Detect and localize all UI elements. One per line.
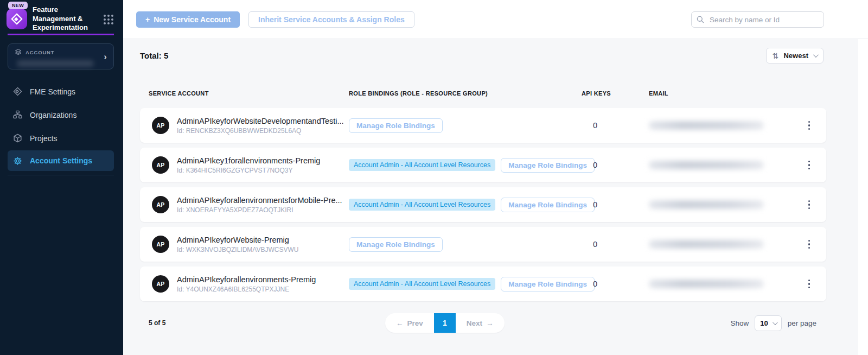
avatar: AP bbox=[152, 275, 169, 293]
column-header-api-keys: API KEYS bbox=[582, 90, 649, 97]
column-header-email: EMAIL bbox=[649, 90, 668, 97]
api-keys-count: 0 bbox=[582, 121, 649, 130]
scroll-gutter bbox=[858, 39, 868, 355]
role-binding-badge: Account Admin - All Account Level Resour… bbox=[349, 278, 495, 290]
row-menu-button[interactable] bbox=[808, 121, 827, 130]
app-window: NEW Feature Management & Experimentation bbox=[0, 0, 868, 355]
prev-page-button[interactable]: ← Prev bbox=[385, 313, 434, 333]
manage-role-bindings-button[interactable]: Manage Role Bindings bbox=[501, 198, 595, 212]
sidebar-item-organizations[interactable]: Organizations bbox=[0, 104, 123, 126]
cube-icon bbox=[12, 133, 23, 144]
arrow-right-icon: → bbox=[486, 319, 494, 327]
manage-role-bindings-button[interactable]: Manage Role Bindings bbox=[349, 237, 443, 252]
avatar: AP bbox=[152, 156, 169, 174]
column-header-service-account: SERVICE ACCOUNT bbox=[149, 90, 349, 97]
split-diamond-icon bbox=[12, 86, 23, 97]
sidebar-item-label: Organizations bbox=[30, 111, 76, 119]
api-keys-count: 0 bbox=[582, 161, 649, 169]
role-binding-badge: Account Admin - All Account Level Resour… bbox=[349, 199, 495, 211]
table-body: AP AdminAPIkeyforWebsiteDevelopmentandTe… bbox=[140, 108, 826, 306]
per-page-label: per page bbox=[788, 319, 816, 327]
sidebar-item-fme-settings[interactable]: FME Settings bbox=[0, 80, 123, 103]
row-menu-button[interactable] bbox=[808, 200, 827, 210]
account-switcher[interactable]: ACCOUNT › bbox=[8, 43, 114, 69]
total-count: Total: 5 bbox=[140, 51, 168, 60]
apps-grid-icon[interactable] bbox=[104, 15, 113, 24]
api-keys-count: 0 bbox=[582, 280, 649, 288]
manage-role-bindings-button[interactable]: Manage Role Bindings bbox=[501, 277, 595, 291]
service-account-id: Id: XNOERAFYYA5XPDEZ7AOQTJKIRI bbox=[177, 206, 342, 214]
row-menu-button[interactable] bbox=[808, 161, 827, 170]
kebab-icon bbox=[808, 161, 810, 170]
table-row: AP AdminAPIkeyforallenvironments-Premig … bbox=[140, 267, 826, 301]
kebab-icon bbox=[808, 240, 810, 249]
sidebar-item-label: Projects bbox=[30, 134, 58, 143]
search-box bbox=[691, 11, 824, 28]
email-redacted bbox=[649, 200, 764, 209]
new-badge: NEW bbox=[8, 2, 28, 9]
service-account-name: AdminAPIkeyforWebsiteDevelopmentandTesti… bbox=[177, 117, 344, 125]
api-keys-count: 0 bbox=[582, 200, 649, 209]
inherit-service-accounts-button[interactable]: Inherit Service Accounts & Assign Roles bbox=[248, 11, 414, 28]
row-menu-button[interactable] bbox=[808, 240, 827, 249]
topbar: + New Service Account Inherit Service Ac… bbox=[123, 0, 868, 39]
email-redacted bbox=[649, 161, 764, 169]
page-size-select[interactable]: 10 bbox=[755, 315, 781, 331]
chevron-right-icon: › bbox=[104, 52, 107, 62]
avatar: AP bbox=[152, 117, 169, 134]
service-account-id: Id: K364HIC5RI6GZGYCPVST7NOQ3Y bbox=[177, 167, 320, 174]
sidebar-nav: FME Settings Organizations bbox=[0, 80, 123, 171]
service-account-name: AdminAPIkeyforallenvironmentsforMobile-P… bbox=[177, 196, 342, 205]
email-redacted bbox=[649, 121, 764, 130]
service-account-id: Id: RENCKBZ3XQ6UBBWWEDKD25L6AQ bbox=[177, 127, 344, 135]
sidebar-item-label: Account Settings bbox=[30, 156, 92, 165]
row-menu-button[interactable] bbox=[808, 280, 827, 289]
brand-header: NEW Feature Management & Experimentation bbox=[0, 0, 123, 34]
account-label: ACCOUNT bbox=[25, 49, 54, 55]
sidebar-item-account-settings[interactable]: Account Settings bbox=[8, 150, 114, 171]
table-row: AP AdminAPIkeyforWebsite-Premig Id: WXK3… bbox=[140, 227, 826, 262]
show-label: Show bbox=[730, 319, 749, 327]
manage-role-bindings-button[interactable]: Manage Role Bindings bbox=[349, 118, 443, 133]
avatar: AP bbox=[152, 196, 169, 213]
service-account-name: AdminAPIkeyforWebsite-Premig bbox=[177, 236, 298, 244]
layers-icon bbox=[15, 48, 22, 56]
manage-role-bindings-button[interactable]: Manage Role Bindings bbox=[501, 158, 595, 173]
sidebar: NEW Feature Management & Experimentation bbox=[0, 0, 123, 355]
table-row: AP AdminAPIkey1forallenvironments-Premig… bbox=[140, 148, 826, 182]
table-header: SERVICE ACCOUNT ROLE BINDINGS (ROLE - RE… bbox=[149, 90, 668, 97]
arrow-left-icon: ← bbox=[396, 319, 404, 327]
sort-arrows-icon: ⇅ bbox=[773, 52, 779, 60]
service-account-id: Id: Y4OUNXZ46A6IBL6255QTPXJJNE bbox=[177, 286, 316, 293]
sort-value: Newest bbox=[783, 52, 808, 60]
content-area: Total: 5 ⇅ Newest SERVICE ACCOUNT ROLE B… bbox=[123, 39, 858, 355]
table-row: AP AdminAPIkeyforallenvironmentsforMobil… bbox=[140, 187, 826, 222]
chevron-down-icon bbox=[773, 320, 778, 325]
search-input[interactable] bbox=[691, 11, 824, 28]
pager: ← Prev 1 Next → bbox=[385, 313, 505, 333]
service-account-name: AdminAPIkeyforallenvironments-Premig bbox=[177, 275, 316, 284]
chevron-down-icon bbox=[813, 52, 819, 58]
sidebar-item-projects[interactable]: Projects bbox=[0, 127, 123, 149]
role-binding-badge: Account Admin - All Account Level Resour… bbox=[349, 159, 495, 171]
page-count: 5 of 5 bbox=[149, 319, 165, 327]
service-account-id: Id: WXK3NVOJBQZILIDMAVBJWCSVWU bbox=[177, 246, 298, 253]
brand-underline bbox=[8, 34, 114, 35]
sort-dropdown[interactable]: ⇅ Newest bbox=[766, 48, 824, 64]
account-name-redacted bbox=[17, 60, 94, 67]
page-size-control: Show 10 per page bbox=[730, 315, 816, 331]
nav-divider bbox=[8, 175, 114, 175]
column-header-role-bindings: ROLE BINDINGS (ROLE - RESOURCE GROUP) bbox=[349, 90, 582, 97]
fme-logo-icon bbox=[7, 9, 27, 29]
kebab-icon bbox=[808, 280, 810, 289]
org-chart-icon bbox=[12, 110, 23, 121]
app-title: Feature Management & Experimentation bbox=[33, 5, 99, 33]
gear-icon bbox=[12, 155, 23, 166]
table-row: AP AdminAPIkeyforWebsiteDevelopmentandTe… bbox=[140, 108, 826, 143]
sidebar-item-label: FME Settings bbox=[30, 87, 75, 96]
next-page-button[interactable]: Next → bbox=[456, 313, 505, 333]
new-service-account-button[interactable]: + New Service Account bbox=[136, 11, 240, 28]
service-account-name: AdminAPIkey1forallenvironments-Premig bbox=[177, 156, 320, 165]
kebab-icon bbox=[808, 200, 810, 210]
current-page-button[interactable]: 1 bbox=[434, 313, 456, 333]
